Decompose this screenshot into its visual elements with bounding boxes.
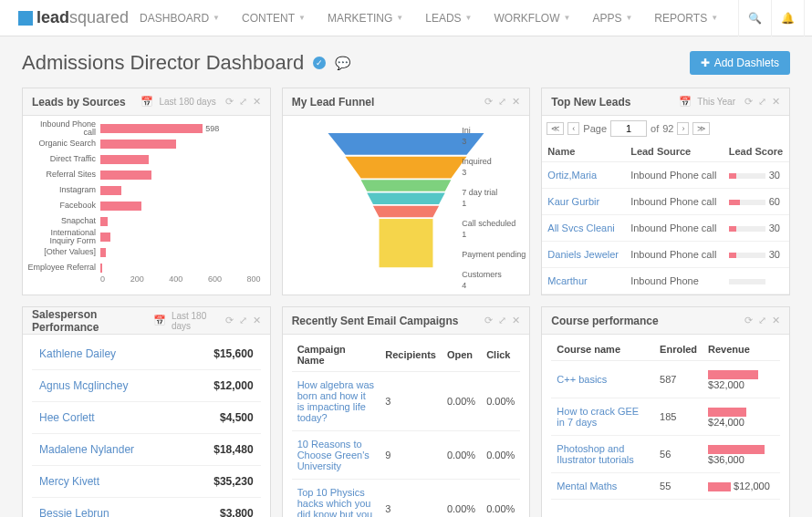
salesperson-link[interactable]: Kathlene Dailey — [39, 347, 116, 360]
email-table: Campaign NameRecipientsOpenClickHow alge… — [292, 338, 521, 517]
refresh-icon[interactable]: ⟳ — [744, 315, 753, 326]
course-link[interactable]: Mental Maths — [557, 481, 617, 491]
logo-mark — [18, 11, 33, 26]
course-link[interactable]: Photoshop and Ilustrator tutorials — [557, 443, 633, 465]
expand-icon[interactable]: ⤢ — [758, 96, 766, 108]
nav-item[interactable]: DASHBOARD ▼ — [129, 0, 231, 36]
campaign-link[interactable]: 10 Reasons to Choose Green's University — [297, 439, 370, 471]
logo-text-bold: lead — [36, 8, 69, 26]
salesperson-link[interactable]: Bessie Lebrun — [39, 507, 109, 517]
column-header[interactable]: Recipients — [380, 338, 442, 372]
calendar-icon[interactable]: 📅 — [679, 96, 692, 108]
expand-icon[interactable]: ⤢ — [758, 315, 766, 326]
add-dashlets-button[interactable]: ✚Add Dashlets — [690, 51, 790, 75]
table-row: Ortiz,MariaInbound Phone call30 — [542, 162, 789, 189]
close-icon[interactable]: ✕ — [253, 96, 261, 108]
close-icon[interactable]: ✕ — [512, 96, 520, 108]
calendar-icon[interactable]: 📅 — [153, 315, 166, 326]
salesperson-link[interactable]: Madalene Nylander — [39, 443, 134, 456]
column-header[interactable]: Enroled — [654, 338, 703, 361]
chevron-down-icon: ▼ — [298, 14, 306, 22]
logo[interactable]: leadsquared — [18, 8, 129, 27]
card-salesperson-performance: Salesperson Performance 📅Last 180 days⟳⤢… — [22, 306, 271, 517]
table-row: Kaur GurbirInbound Phone call60 — [542, 189, 789, 215]
column-header[interactable]: Click — [481, 338, 520, 372]
course-link[interactable]: C++ basics — [557, 374, 607, 385]
pager-last[interactable]: ≫ — [692, 122, 710, 135]
expand-icon[interactable]: ⤢ — [239, 315, 247, 326]
chevron-down-icon: ▼ — [396, 14, 403, 22]
nav-item[interactable]: WORKFLOW ▼ — [484, 0, 582, 36]
close-icon[interactable]: ✕ — [512, 315, 520, 326]
bar-row: Organic Search — [27, 136, 261, 151]
card-top-new-leads: Top New Leads 📅This Year⟳⤢✕ ≪ ‹ Page of … — [541, 88, 790, 295]
bar-row: Snapchat — [27, 213, 261, 229]
pager-input[interactable] — [610, 120, 647, 137]
lead-link[interactable]: Daniels Jeweler — [547, 249, 619, 260]
table-row: How algebra was born and how it is impac… — [292, 372, 521, 431]
nav-item[interactable]: CONTENT ▼ — [231, 0, 317, 36]
comment-icon[interactable]: 💬 — [335, 56, 350, 70]
calendar-icon[interactable]: 📅 — [141, 96, 153, 108]
bar-row: Facebook — [27, 198, 261, 213]
salesperson-link[interactable]: Agnus Mcglinchey — [39, 379, 128, 392]
pager-next[interactable]: › — [677, 122, 689, 135]
close-icon[interactable]: ✕ — [772, 315, 780, 326]
refresh-icon[interactable]: ⟳ — [484, 315, 493, 326]
refresh-icon[interactable]: ⟳ — [225, 315, 234, 326]
chevron-down-icon: ▼ — [625, 14, 632, 22]
course-link[interactable]: How to crack GEE in 7 days — [557, 406, 639, 428]
nav-item[interactable]: LEADS ▼ — [414, 0, 483, 36]
table-row: Madalene Nylander$18,480 — [32, 434, 261, 466]
column-header[interactable]: Name — [542, 141, 625, 162]
table-row: How to crack GEE in 7 days185$24,000 — [551, 398, 780, 436]
table-row: C++ basics587$32,000 — [551, 361, 780, 398]
funnel-stage-label: 7 day trial1 — [462, 187, 526, 209]
lead-link[interactable]: Kaur Gurbir — [547, 196, 599, 207]
help-icon[interactable]: ? — [804, 0, 812, 36]
close-icon[interactable]: ✕ — [253, 315, 261, 326]
chevron-down-icon: ▼ — [564, 14, 571, 22]
expand-icon[interactable]: ⤢ — [498, 96, 506, 108]
search-icon[interactable]: 🔍 — [738, 0, 771, 36]
table-row: McarthurInbound Phone — [542, 268, 789, 295]
bell-icon[interactable]: 🔔 — [771, 0, 804, 36]
campaign-link[interactable]: Top 10 Physics hacks which you did know … — [297, 487, 373, 517]
column-header[interactable]: Course name — [551, 338, 654, 361]
lead-link[interactable]: All Svcs Cleani — [547, 222, 614, 233]
column-header[interactable]: Lead Source — [625, 141, 724, 162]
nav-item[interactable]: REPORTS ▼ — [643, 0, 729, 36]
column-header[interactable]: Lead Score — [724, 141, 789, 162]
funnel-stage-label: Inquired3 — [462, 156, 526, 178]
top-navbar: leadsquared DASHBOARD ▼CONTENT ▼MARKETIN… — [0, 0, 812, 36]
column-header[interactable]: Open — [442, 338, 481, 372]
salesperson-link[interactable]: Mercy Kivett — [39, 475, 99, 488]
pager-prev[interactable]: ‹ — [567, 122, 579, 135]
table-row: Mercy Kivett$35,230 — [32, 466, 261, 498]
expand-icon[interactable]: ⤢ — [498, 315, 506, 326]
bar-row: Employee Referral — [27, 260, 261, 275]
close-icon[interactable]: ✕ — [772, 96, 780, 108]
table-row: 10 Reasons to Choose Green's University9… — [292, 431, 521, 480]
nav-item[interactable]: MARKETING ▼ — [317, 0, 414, 36]
card-title: Leads by Sources — [32, 96, 126, 109]
refresh-icon[interactable]: ⟳ — [225, 96, 234, 108]
funnel-stage-label: Payment pending — [462, 249, 526, 260]
pager-first[interactable]: ≪ — [547, 122, 564, 135]
nav-item[interactable]: APPS ▼ — [581, 0, 643, 36]
bar-row: Inbound Phone call598 — [27, 120, 261, 136]
expand-icon[interactable]: ⤢ — [239, 96, 247, 108]
column-header[interactable]: Revenue — [703, 338, 780, 361]
refresh-icon[interactable]: ⟳ — [484, 96, 493, 108]
salesperson-table: Kathlene Dailey$15,600Agnus Mcglinchey$1… — [32, 338, 261, 517]
lead-link[interactable]: Mcarthur — [547, 275, 587, 286]
table-row: Hee Corlett$4,500 — [32, 402, 261, 434]
refresh-icon[interactable]: ⟳ — [744, 96, 753, 108]
campaign-link[interactable]: How algebra was born and how it is impac… — [297, 379, 374, 423]
page-title: Admissions Director Dashboard — [22, 51, 304, 75]
salesperson-link[interactable]: Hee Corlett — [39, 411, 95, 424]
chevron-down-icon: ▼ — [213, 14, 220, 22]
svg-marker-3 — [367, 193, 445, 204]
column-header[interactable]: Campaign Name — [292, 338, 380, 372]
lead-link[interactable]: Ortiz,Maria — [547, 170, 597, 181]
